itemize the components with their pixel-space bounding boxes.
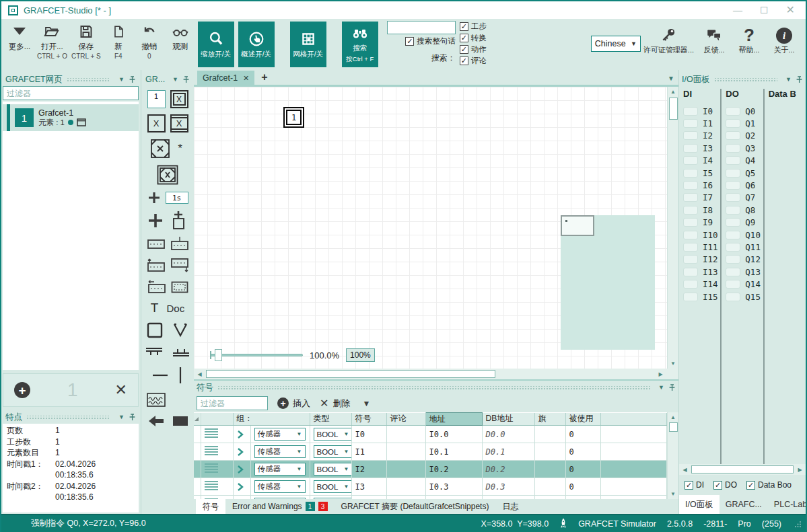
tool-transition[interactable] [147, 191, 161, 204]
panel-menu-icon[interactable]: ▼ [658, 384, 664, 391]
type-dropdown[interactable]: BOOL▼ [314, 463, 352, 476]
overview-toggle-button[interactable]: 概述开/关 [238, 22, 275, 67]
scroll-left-icon[interactable]: ◀ [679, 465, 691, 475]
panel-menu-icon[interactable]: ▼ [785, 76, 792, 83]
address-cell[interactable]: I0.2 [425, 461, 482, 478]
add-page-button[interactable]: + [14, 382, 30, 398]
zoom-toggle-button[interactable]: 缩放开/关 [198, 22, 234, 67]
io-toggle-Q5[interactable] [726, 169, 740, 178]
symbol-name-cell[interactable]: I0 [351, 426, 386, 443]
io-toggle-I8[interactable] [683, 206, 698, 215]
pin-icon[interactable] [129, 76, 136, 83]
tool-vertical-line[interactable] [177, 366, 184, 385]
pin-icon[interactable] [796, 76, 803, 83]
io-hscrollbar[interactable]: ◀ ▶ [679, 464, 806, 475]
tab-symbols[interactable]: 符号 [196, 499, 225, 514]
tool-doc[interactable]: Doc [166, 303, 184, 314]
io-toggle-I0[interactable] [683, 107, 698, 116]
data-checkbox[interactable]: ✓Data Boo [746, 480, 792, 490]
tab-errors-warnings[interactable]: Error and Warnings 1 3 [225, 499, 335, 514]
pin-icon[interactable] [129, 414, 136, 421]
io-toggle-Q6[interactable] [726, 181, 740, 190]
type-dropdown[interactable]: BOOL▼ [314, 480, 352, 493]
io-toggle-Q15[interactable] [726, 293, 740, 301]
tool-step-x[interactable]: X [147, 114, 166, 132]
tool-enclosing-initial-step[interactable] [157, 165, 178, 185]
scroll-up-icon[interactable]: ▲ [668, 87, 679, 97]
scroll-down-icon[interactable]: ▼ [668, 489, 679, 499]
group-dropdown[interactable]: 传感器▼ [254, 445, 306, 458]
io-toggle-I6[interactable] [683, 181, 698, 190]
symbol-name-cell[interactable]: I2 [351, 461, 386, 478]
symbol-row[interactable]: 传感器▼ BOOL▼ I2 I0.2 D0.2 0 [194, 461, 667, 478]
close-button[interactable]: ✕ [786, 5, 795, 15]
zoom-reset-button[interactable]: 100% [346, 348, 375, 362]
symbol-row[interactable]: 传感器▼ BOOL▼ I3 I0.3 D0.3 0 [194, 478, 667, 496]
drag-handle-icon[interactable] [205, 446, 218, 455]
io-toggle-Q7[interactable] [726, 193, 740, 202]
tab-list-icon[interactable]: ▼ [668, 75, 674, 85]
io-toggle-I14[interactable] [683, 280, 698, 289]
io-toggle-Q4[interactable] [726, 156, 740, 165]
address-cell[interactable]: I0.3 [425, 478, 482, 496]
flag-cell[interactable] [534, 461, 565, 478]
tool-filled-rect[interactable] [173, 416, 188, 426]
group-dropdown[interactable]: 传感器▼ [254, 463, 306, 476]
comment-cell[interactable] [386, 426, 425, 443]
filter-steps-checkbox[interactable]: ✓工步 [460, 22, 487, 32]
symbols-vscrollbar[interactable]: ▲ ▼ [667, 412, 678, 499]
initial-step-element[interactable]: 1 [283, 107, 304, 128]
corner-triangle-icon[interactable] [194, 416, 199, 422]
tab-close-icon[interactable]: ✕ [243, 74, 249, 83]
tool-step[interactable]: 1 [147, 90, 166, 108]
io-toggle-Q1[interactable] [726, 119, 740, 128]
drag-handle-icon[interactable] [205, 428, 218, 438]
help-button[interactable]: ? 帮助... [732, 21, 767, 55]
tab-grafcet-panel[interactable]: GRAFC... [720, 495, 768, 514]
hscroll-thumb[interactable] [691, 465, 794, 473]
zoom-slider-thumb[interactable] [215, 349, 222, 361]
about-button[interactable]: i 关于... [767, 21, 802, 55]
language-select[interactable]: Chinese ▼ [591, 36, 641, 52]
pin-icon[interactable] [668, 384, 676, 391]
tool-sync-bar-bottom[interactable] [172, 345, 190, 360]
drag-handle-icon[interactable] [205, 463, 218, 473]
undo-button[interactable]: 撤销 0 [134, 21, 165, 61]
io-toggle-I13[interactable] [683, 268, 698, 276]
selection-overlay[interactable] [561, 215, 655, 350]
tool-action-conditional[interactable] [147, 280, 166, 295]
more-button[interactable]: 更多... [4, 21, 35, 54]
symbol-name-cell[interactable]: I1 [351, 443, 386, 461]
scroll-left-icon[interactable]: ◀ [194, 369, 205, 379]
io-toggle-Q12[interactable] [726, 255, 740, 264]
license-manager-button[interactable]: 许可证管理器... [641, 21, 697, 55]
group-dropdown[interactable]: 传感器▼ [254, 480, 306, 493]
filter-actions-checkbox[interactable]: ✓动作 [460, 44, 487, 54]
tool-arrow-left[interactable] [147, 414, 165, 428]
vscroll-thumb[interactable] [669, 98, 678, 120]
tool-action[interactable] [147, 238, 166, 250]
tool-action-stored-up[interactable] [147, 258, 166, 274]
tool-enclosing-step[interactable] [150, 139, 170, 159]
di-checkbox[interactable]: ✓DI [685, 480, 704, 490]
tool-star[interactable]: * [175, 142, 186, 155]
tool-initial-step[interactable]: X [170, 90, 188, 108]
address-cell[interactable]: I0.1 [425, 443, 482, 461]
tab-plc-lab[interactable]: PLC-Lab [768, 495, 807, 514]
search-input[interactable] [387, 21, 456, 34]
address-cell[interactable]: I0.0 [425, 426, 482, 443]
io-toggle-I4[interactable] [683, 156, 698, 165]
io-toggle-Q13[interactable] [726, 268, 740, 276]
hscroll-thumb[interactable] [206, 370, 495, 378]
io-toggle-I15[interactable] [683, 293, 698, 301]
symbol-name-cell[interactable]: I3 [351, 478, 386, 496]
scroll-up-icon[interactable]: ▲ [668, 412, 679, 422]
io-toggle-Q8[interactable] [726, 206, 740, 215]
tab-grafcet-snippets[interactable]: GRAFCET 摘要 (DefaultGrafcetSnippets) [335, 499, 496, 514]
vscroll-thumb[interactable] [669, 422, 678, 432]
io-toggle-I2[interactable] [683, 131, 698, 140]
canvas-hscrollbar[interactable]: ◀ ▶ [194, 369, 678, 379]
tool-step-with-transition[interactable] [168, 211, 188, 231]
minimize-button[interactable]: — [733, 5, 742, 15]
io-toggle-Q0[interactable] [726, 107, 740, 116]
